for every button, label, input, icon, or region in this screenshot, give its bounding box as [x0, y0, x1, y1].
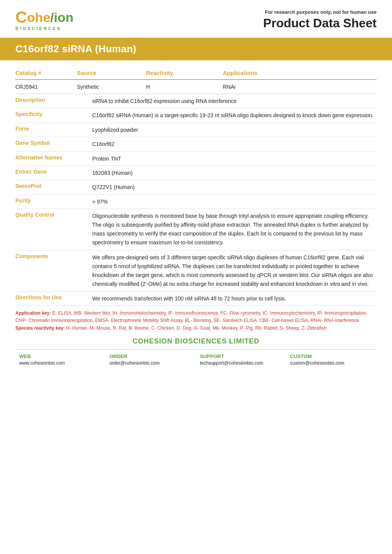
components-value: We offers pre-designed sets of 3 differe… [92, 253, 377, 289]
gene-symbol-row: Gene Symbol C16orf82 [15, 137, 377, 151]
footer-order: ORDER order@cohesionbio.com [106, 353, 196, 366]
entrez-gene-label: Entrez Gene [15, 169, 92, 175]
product-data-sheet-title: Product Data Sheet [263, 17, 377, 30]
logo-area: C ohe / ion BIOSCIENCES [15, 9, 73, 31]
quality-control-value: Oligonucleotide synthesis is monitored b… [92, 212, 377, 247]
components-label: Components [15, 253, 92, 259]
col-header-source: Source [77, 70, 146, 76]
purity-label: Purity [15, 197, 92, 204]
quality-control-row: Quality Control Oligonucleotide synthesi… [15, 209, 377, 250]
footer-support: SUPPORT techsupport@cohesionbio.com [196, 353, 286, 366]
gene-symbol-value: C16orf82 [92, 140, 377, 148]
specificity-value: C16orf82 siRNA (Human) is a target-speci… [92, 111, 377, 119]
footer-web: WEB www.cohesionbio.com [15, 353, 106, 366]
entrez-gene-value: 162083 (Human) [92, 169, 377, 177]
gene-symbol-label: Gene Symbol [15, 140, 92, 146]
footer: WEB www.cohesionbio.com ORDER order@cohe… [15, 349, 377, 366]
footer-custom-value: custom@cohesionbio.com [290, 360, 373, 366]
footer-web-label: WEB [19, 353, 102, 359]
alternative-names-row: Alternative Names Protein TNT [15, 152, 377, 166]
footer-order-value: order@cohesionbio.com [110, 360, 192, 366]
form-label: Form [15, 126, 92, 132]
logo-ohe: ohe [27, 10, 50, 25]
swissprot-value: Q7Z2V1 (Human) [92, 183, 377, 191]
col-header-applications: Applications [223, 70, 377, 76]
header-right: For research purposes only, not for huma… [263, 9, 377, 30]
cell-source: Synthetic [77, 84, 146, 90]
form-row: Form Lyophilized powder [15, 123, 377, 137]
logo-biosciences: BIOSCIENCES [15, 26, 61, 31]
directions-for-use-label: Directions for Use [15, 294, 92, 300]
description-label: Description [15, 97, 92, 103]
directions-for-use-value: We recommends transfection with 100 nM s… [92, 294, 377, 303]
alternative-names-label: Alternative Names [15, 154, 92, 161]
species-reactivity-label: Species reactivity key: [15, 325, 65, 331]
entrez-gene-row: Entrez Gene 162083 (Human) [15, 166, 377, 180]
info-section: Description siRNA to inhibit C16orf82 ex… [15, 94, 377, 306]
description-value: siRNA to inhibit C16orf82 expression usi… [92, 97, 377, 105]
table-header: Catalog # Source Reactivity Applications [15, 64, 377, 80]
product-title: C16orf82 siRNA (Human) [15, 43, 377, 55]
application-key-section: Application key: E- ELISA, WB- Western b… [15, 310, 377, 332]
cell-applications: RNAi [223, 84, 377, 90]
cell-catalog: CRJ5941 [15, 84, 77, 90]
company-name: COHESION BIOSCIENCES LIMITED [15, 337, 377, 345]
quality-control-label: Quality Control [15, 212, 92, 218]
footer-custom-label: CUSTOM [290, 353, 373, 359]
cell-reactivity: H [146, 84, 223, 90]
logo-c: C [15, 9, 27, 25]
alternative-names-value: Protein TNT [92, 154, 377, 163]
specificity-label: Specificity [15, 111, 92, 117]
col-header-reactivity: Reactivity [146, 70, 223, 76]
logo: C ohe / ion [15, 9, 73, 25]
logo-ion: ion [54, 10, 73, 25]
directions-for-use-row: Directions for Use We recommends transfe… [15, 292, 377, 306]
footer-support-label: SUPPORT [200, 353, 282, 359]
swissprot-row: SwissProt Q7Z2V1 (Human) [15, 180, 377, 194]
description-row: Description siRNA to inhibit C16orf82 ex… [15, 94, 377, 108]
header: C ohe / ion BIOSCIENCES For research pur… [0, 0, 392, 35]
application-key-label: Application key: [15, 310, 51, 316]
logo-slash: / [50, 10, 54, 25]
footer-custom: CUSTOM custom@cohesionbio.com [286, 353, 377, 366]
research-notice: For research purposes only, not for huma… [263, 9, 377, 15]
main-content: Catalog # Source Reactivity Applications… [0, 64, 392, 373]
form-value: Lyophilized powder [92, 126, 377, 134]
species-reactivity-text: H- Human, M- Mouse, R- Rat, B- Bovine, C… [66, 325, 326, 331]
footer-order-label: ORDER [110, 353, 192, 359]
purity-value: > 97% [92, 197, 377, 206]
application-key-text: E- ELISA, WB- Western blot, IH- Immunohi… [15, 310, 367, 323]
purity-row: Purity > 97% [15, 195, 377, 209]
table-data-row: CRJ5941 Synthetic H RNAi [15, 80, 377, 94]
product-title-bar: C16orf82 siRNA (Human) [0, 38, 392, 60]
specificity-row: Specificity C16orf82 siRNA (Human) is a … [15, 108, 377, 123]
col-header-catalog: Catalog # [15, 70, 77, 76]
footer-web-value: www.cohesionbio.com [19, 360, 102, 366]
components-row: Components We offers pre-designed sets o… [15, 250, 377, 292]
footer-support-value: techsupport@cohesionbio.com [200, 360, 282, 366]
swissprot-label: SwissProt [15, 183, 92, 189]
